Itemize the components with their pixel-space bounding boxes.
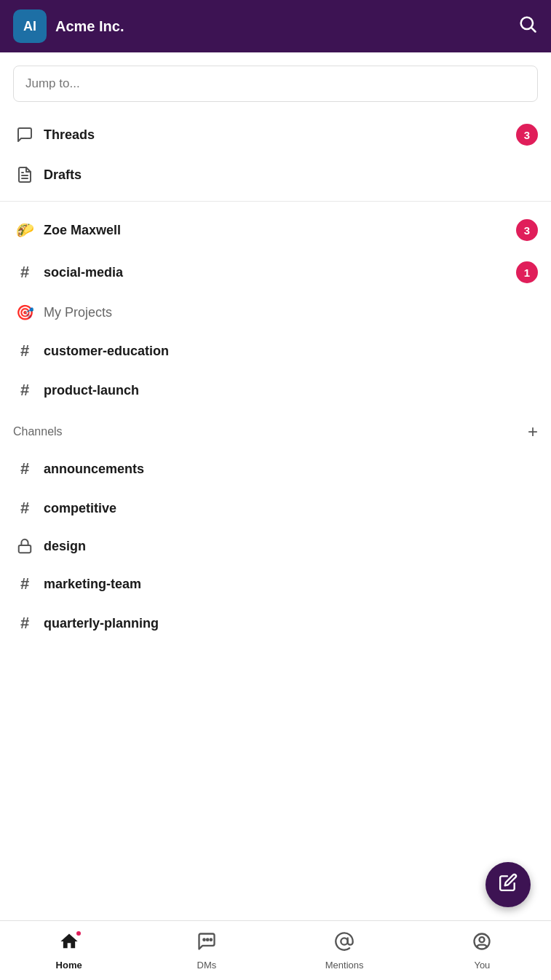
channels-section-header: Channels + (0, 413, 551, 446)
bottom-nav-dms[interactable]: DMs (138, 931, 275, 971)
quarterly-planning-label: quarterly-planning (44, 616, 538, 631)
quarterly-planning-hash-icon: # (13, 614, 36, 633)
section-my-projects[interactable]: 🎯 My Projects (0, 293, 551, 331)
threads-badge: 3 (516, 124, 538, 146)
channels-list: # announcements # competitive design # m… (0, 446, 551, 646)
compose-fab[interactable] (485, 862, 531, 907)
bottom-nav-you[interactable]: You (413, 931, 551, 971)
channel-item-design[interactable]: design (0, 528, 551, 564)
bottom-nav-home[interactable]: Home (0, 931, 138, 971)
you-icon (472, 931, 492, 957)
mentions-icon (334, 931, 354, 957)
channel-item-quarterly-planning[interactable]: # quarterly-planning (0, 604, 551, 643)
channel-item-announcements[interactable]: # announcements (0, 449, 551, 489)
dms-icon (197, 931, 217, 957)
channel-item-product-launch[interactable]: # product-launch (0, 371, 551, 410)
you-label: You (474, 960, 490, 971)
svg-point-8 (341, 938, 347, 944)
add-channel-icon[interactable]: + (528, 422, 538, 442)
workspace-name: Acme Inc. (55, 18, 124, 35)
svg-rect-4 (19, 545, 31, 553)
customer-education-hash-icon: # (13, 341, 36, 360)
zoe-badge: 3 (516, 219, 538, 241)
threads-icon (13, 126, 36, 143)
channel-item-social-media[interactable]: # social-media 1 (0, 251, 551, 293)
svg-point-7 (210, 938, 212, 940)
social-media-hash-icon: # (13, 263, 36, 282)
customer-education-label: customer-education (44, 344, 538, 359)
search-input[interactable] (13, 66, 538, 102)
drafts-item[interactable]: Drafts (0, 156, 551, 194)
channel-item-marketing-team[interactable]: # marketing-team (0, 564, 551, 604)
divider-1 (0, 201, 551, 202)
search-bar-container (0, 52, 551, 111)
home-icon (59, 931, 79, 957)
zoe-name: Zoe Maxwell (44, 223, 516, 238)
dm-section: 🌮 Zoe Maxwell 3 # social-media 1 🎯 My Pr… (0, 206, 551, 413)
drafts-label: Drafts (44, 167, 538, 183)
product-launch-label: product-launch (44, 383, 538, 398)
compose-icon (499, 873, 518, 896)
marketing-team-label: marketing-team (44, 577, 538, 592)
design-lock-icon (13, 538, 36, 554)
threads-label: Threads (44, 127, 516, 143)
announcements-label: announcements (44, 462, 538, 477)
primary-nav-section: Threads 3 Drafts (0, 111, 551, 197)
my-projects-label: My Projects (44, 305, 538, 320)
social-media-label: social-media (44, 265, 516, 280)
marketing-team-hash-icon: # (13, 574, 36, 593)
dm-item-zoe[interactable]: 🌮 Zoe Maxwell 3 (0, 209, 551, 251)
competitive-hash-icon: # (13, 499, 36, 518)
channel-item-competitive[interactable]: # competitive (0, 489, 551, 528)
home-notification-dot (75, 930, 82, 937)
svg-point-5 (203, 938, 205, 940)
home-label: Home (56, 960, 82, 971)
dms-label: DMs (197, 960, 217, 971)
design-label: design (44, 539, 538, 554)
bottom-nav: Home DMs Mentions (0, 920, 551, 980)
product-launch-hash-icon: # (13, 381, 36, 400)
svg-point-6 (207, 938, 208, 940)
workspace-info: AI Acme Inc. (13, 9, 124, 43)
bottom-nav-mentions[interactable]: Mentions (276, 931, 413, 971)
header-search-icon[interactable] (518, 14, 538, 39)
social-media-badge: 1 (516, 261, 538, 283)
my-projects-icon: 🎯 (13, 304, 36, 321)
channel-item-customer-education[interactable]: # customer-education (0, 331, 551, 371)
zoe-avatar-icon: 🌮 (13, 221, 36, 239)
threads-item[interactable]: Threads 3 (0, 114, 551, 156)
announcements-hash-icon: # (13, 459, 36, 478)
app-header: AI Acme Inc. (0, 0, 551, 52)
competitive-label: competitive (44, 501, 538, 516)
svg-point-10 (480, 937, 485, 942)
channels-section-label: Channels (13, 425, 63, 438)
drafts-icon (13, 166, 36, 183)
mentions-label: Mentions (325, 960, 364, 971)
svg-line-1 (531, 28, 535, 31)
workspace-avatar[interactable]: AI (13, 9, 47, 43)
